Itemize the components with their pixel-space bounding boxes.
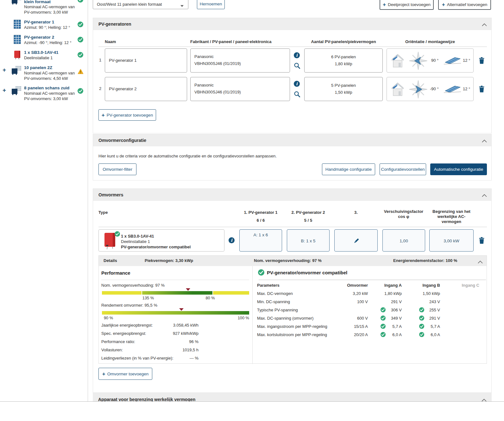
- expand-icon[interactable]: +: [3, 87, 6, 94]
- power-limit-device-section-header[interactable]: Apparaat voor begrenzing werkelijk vermo…: [93, 393, 492, 401]
- stat-value: 3.058,45 kWh: [146, 323, 198, 328]
- inverter-type-cell[interactable]: 1 x SB3.0-1AV-41 Deelinstallatie 1 PV-ge…: [98, 229, 224, 252]
- gen1-assigned-fraction: 6 / 6: [239, 218, 282, 223]
- inverter-subtitle: Deelinstallatie 1: [121, 239, 150, 244]
- status-ok-icon: [78, 52, 83, 58]
- add-alternative-button[interactable]: + Alternatief toevoegen: [438, 0, 491, 10]
- azimuth-value: -90 °: [430, 86, 439, 91]
- energy-factor-summary: Energierendementsfactor: 100 %: [393, 258, 457, 263]
- sidebar-item-desc: Nominaal AC-vermogen van: [24, 4, 77, 10]
- pencil-icon: [353, 238, 360, 245]
- inverter-name: 1 x SB3.0-1AV-41: [121, 234, 154, 239]
- generator-name-input[interactable]: PV-generator 2: [105, 77, 187, 101]
- sidebar-divider: [88, 0, 88, 401]
- project-icon: [11, 86, 22, 97]
- info-icon[interactable]: i: [229, 237, 235, 243]
- project-icon: [11, 0, 22, 7]
- stat-value: 1019,5 h: [146, 348, 198, 352]
- tilt-value: 12 °: [463, 86, 470, 91]
- sidebar-item-pv-generator-1[interactable]: PV-generator 1 Azimut: 90 °; Helling: 12…: [0, 20, 85, 32]
- pv-generators-section-header[interactable]: PV-generatoren: [93, 18, 491, 30]
- sidebar-item-inverter-sb30[interactable]: 1 x SB3.0-1AV-41 Deelinstallatie 1: [0, 50, 85, 63]
- search-panel-icon[interactable]: [294, 91, 300, 99]
- column-header-naam: Naam: [105, 39, 116, 44]
- status-warning-icon: [78, 69, 83, 74]
- compat-ok-icon: [258, 269, 264, 276]
- inverter-config-section-header[interactable]: Omvormerconfiguratie: [93, 134, 491, 146]
- orientation-box[interactable]: -90 ° 12 °: [387, 77, 474, 101]
- delete-inverter-icon[interactable]: [479, 237, 484, 245]
- inverter-product-image: [104, 232, 116, 250]
- variant-select[interactable]: Oost/West 11 panelen klein formaat: [93, 0, 188, 9]
- generator-name-input[interactable]: PV-generator 1: [105, 48, 187, 73]
- stat-label: Performance ratio:: [101, 339, 135, 344]
- info-icon[interactable]: i: [294, 81, 300, 87]
- details-header[interactable]: Details Piekvermogen: 3,30 kWp Nom. verm…: [99, 256, 487, 266]
- collapse-chevron-icon[interactable]: [482, 139, 487, 144]
- stat-label: Jaarlijkse energieopbrengst:: [101, 323, 153, 328]
- panel-type-input[interactable]: Panasonic VBHN300SJ46 (01/2019): [190, 48, 290, 73]
- orientation-box[interactable]: 90 ° 12 °: [387, 48, 474, 73]
- gauge1-label: Nom. vermogensverhouding: 97 %: [101, 283, 165, 288]
- collapse-chevron-icon[interactable]: [478, 260, 483, 265]
- sidebar-item-project-8-panelen-schans-zuid[interactable]: + 8 panelen schans zuid Nominaal AC-verm…: [0, 86, 85, 103]
- tilt-panel-icon: [443, 85, 462, 94]
- edit-assignment-box[interactable]: [334, 229, 378, 252]
- delete-row-icon[interactable]: [479, 86, 484, 93]
- plus-icon: +: [442, 2, 445, 7]
- inverter-compat-status: PV-generator/omvormer compatibel: [121, 245, 191, 249]
- azimuth-compass-icon: [408, 80, 428, 100]
- sidebar-item-project-10-panelen-2z[interactable]: + 10 panelen 2Z Nominaal AC-vermogen van…: [0, 65, 85, 83]
- manual-configuration-button[interactable]: Handmatige configuratie: [322, 163, 375, 175]
- delete-row-icon[interactable]: [479, 57, 484, 65]
- rename-button[interactable]: Hernoemen: [197, 0, 225, 9]
- sidebar-item-title: 1 x SB3.0-1AV-41: [24, 50, 76, 55]
- details-divider: [252, 266, 253, 364]
- sidebar-item-desc: Nominaal AC-vermogen van: [24, 70, 77, 76]
- column-header-aantal: Aantal PV-panelen/piekvermogen: [304, 39, 383, 44]
- inverters-section-header[interactable]: Omvormers: [93, 189, 491, 201]
- cos-phi-input[interactable]: 1,00: [382, 229, 425, 252]
- gauge2-label: Rendement omvormer: 95,5 %: [101, 303, 157, 308]
- sidebar-item-title: 8 panelen schans zuid: [24, 86, 76, 91]
- info-icon[interactable]: i: [294, 52, 300, 58]
- collapse-chevron-icon[interactable]: [482, 193, 487, 198]
- inverter-config-section: Omvormerconfiguratie Hier kunt u de crit…: [93, 134, 492, 181]
- collapse-chevron-icon[interactable]: [482, 398, 487, 401]
- tilt-panel-icon: [443, 56, 462, 66]
- configuration-proposals-button[interactable]: Configuratievoorstellen: [380, 163, 426, 175]
- collapse-chevron-icon[interactable]: [482, 22, 487, 27]
- divider: [98, 227, 487, 227]
- column-header-orientatie: Oriëntatie / montagewijze: [387, 39, 474, 44]
- ac-limit-input[interactable]: 3,00 kW: [429, 229, 474, 252]
- sidebar-item-pv-generator-2[interactable]: PV-generator 2 Azimut: -90 °; Helling: 1…: [0, 35, 85, 48]
- param-column-header: Ingang A: [373, 283, 402, 288]
- panel-count-box[interactable]: 6 PV-panelen 1,80 kWp: [304, 48, 383, 73]
- inverter-filter-button[interactable]: Omvormer-filter: [98, 163, 136, 175]
- search-panel-icon[interactable]: [294, 62, 300, 70]
- panel-count-box[interactable]: 5 PV-panelen 1,50 kWp: [304, 77, 383, 101]
- add-subproject-button[interactable]: + Deelproject toevoegen: [380, 0, 434, 10]
- details-title: Details: [104, 258, 117, 263]
- chevron-down-icon: [180, 3, 184, 8]
- sidebar-item-title: klein formaat: [24, 0, 76, 4]
- add-pv-generator-button[interactable]: + PV-generator toevoegen: [98, 109, 156, 121]
- pv-generators-section: PV-generatoren Naam Fabrikant / PV-panee…: [93, 18, 492, 133]
- sidebar-item-project-klein-formaat[interactable]: klein formaat Nominaal AC-vermogen van P…: [0, 0, 85, 16]
- house-roof-icon: [391, 52, 405, 70]
- row-index: 2: [99, 86, 101, 91]
- expand-icon[interactable]: +: [3, 67, 6, 73]
- panel-type-input[interactable]: Panasonic VBHN300SJ46 (01/2019): [190, 77, 290, 101]
- row-index: 1: [99, 58, 101, 62]
- column-header-3: 3.: [334, 210, 378, 215]
- input-b-assignment-box[interactable]: B: 1 x 5: [287, 229, 330, 252]
- column-header-ac-limit: Begrenzing van het werkelijke AC-vermoge…: [429, 209, 474, 224]
- tilt-value: 12 °: [463, 58, 470, 63]
- input-a-assignment-box[interactable]: A: 1 x 6: [239, 229, 282, 252]
- automatic-configuration-button[interactable]: Automatische configuratie: [430, 163, 487, 175]
- gen2-assigned-fraction: 5 / 5: [287, 218, 330, 223]
- column-header-type: Type: [98, 210, 108, 215]
- add-inverter-button[interactable]: + Omvormer toevoegen: [98, 368, 152, 380]
- stat-value: 927 kWh/kWp: [146, 331, 198, 336]
- viewport-bottom-edge: [0, 401, 504, 402]
